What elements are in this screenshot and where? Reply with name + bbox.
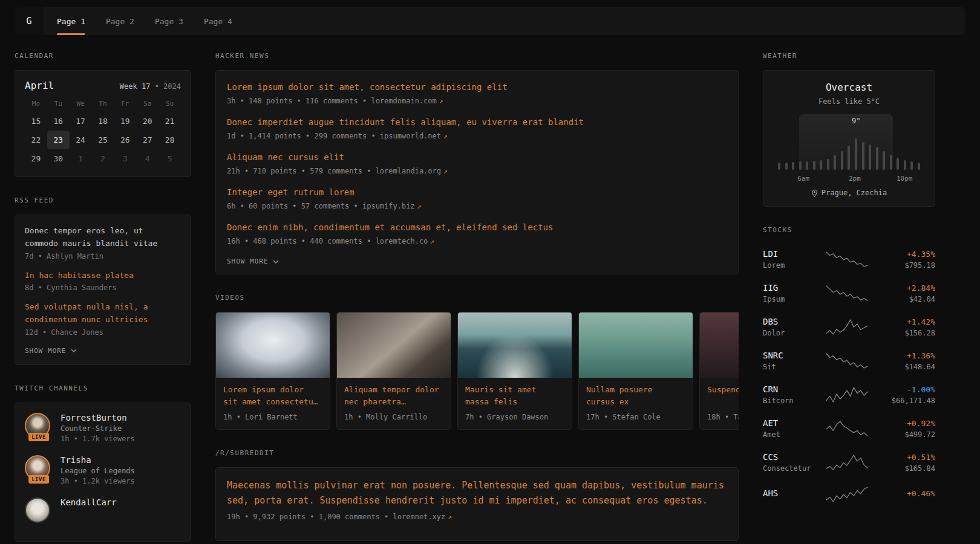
stock-row[interactable]: SNRC Sit +1.36% $148.64 bbox=[763, 344, 935, 378]
rss-widget: RSS Feed Donec tempor eros leo, ut commo… bbox=[15, 196, 191, 365]
video-meta: 1h • Lori Barnett bbox=[216, 409, 330, 429]
dashboard-content: Calendar April Week 17 • 2024 MoTuWeThFr… bbox=[0, 35, 980, 544]
twitch-widget-title: Twitch Channels bbox=[15, 384, 191, 392]
stock-row[interactable]: CCS Consectetur +0.51% $165.84 bbox=[763, 445, 935, 479]
hn-show-more-button[interactable]: SHOW MORE bbox=[227, 257, 279, 265]
video-card[interactable]: Nullam posuere cursus ex 17h • Stefan Co… bbox=[578, 312, 693, 430]
subreddit-headline-link[interactable]: Maecenas mollis pulvinar erat non posuer… bbox=[227, 478, 727, 508]
sparkline-chart bbox=[825, 454, 869, 471]
stock-values: +0.46% bbox=[875, 489, 935, 500]
calendar-day: 3 bbox=[114, 149, 136, 168]
stock-price: $148.64 bbox=[875, 363, 935, 371]
calendar-dayname: Su bbox=[158, 96, 181, 112]
sparkline-chart bbox=[825, 386, 869, 403]
external-link-icon: ↗ bbox=[443, 132, 448, 140]
hn-meta: 1d • 1,414 points • 299 comments • ipsum… bbox=[227, 132, 727, 140]
weather-hour-label: 10pm bbox=[897, 175, 913, 183]
calendar-day: 18 bbox=[92, 112, 114, 131]
hackernews-widget: Hacker News Lorem ipsum dolor sit amet, … bbox=[215, 52, 739, 274]
calendar-day: 20 bbox=[136, 112, 158, 131]
twitch-channel[interactable]: KendallCarr bbox=[25, 497, 181, 523]
stock-row[interactable]: IIG Ipsum +2.84% $42.04 bbox=[763, 276, 935, 310]
channel-name: ForrestBurton bbox=[60, 413, 135, 423]
hn-headline-link[interactable]: Donec imperdiet augue tincidunt felis al… bbox=[227, 116, 727, 129]
video-card[interactable]: Mauris sit amet massa felis 7h • Grayson… bbox=[457, 312, 572, 430]
calendar-year: 2024 bbox=[163, 82, 181, 91]
hn-headline-link[interactable]: Donec enim nibh, condimentum et accumsan… bbox=[227, 221, 727, 234]
rss-meta: 12d • Chance Jones bbox=[25, 328, 181, 337]
stock-row[interactable]: AET Amet +0.92% $499.72 bbox=[763, 412, 935, 445]
stock-row[interactable]: DBS Dolor +1.42% $156.28 bbox=[763, 310, 935, 344]
show-more-label: SHOW MORE bbox=[227, 257, 269, 265]
hn-item: Lorem ipsum dolor sit amet, consectetur … bbox=[227, 81, 727, 105]
rss-headline-link[interactable]: Sed volutpat nulla nisl, a condimentum n… bbox=[25, 301, 181, 326]
sparkline-chart bbox=[825, 486, 869, 503]
stock-symbol: CRN bbox=[763, 384, 818, 394]
subreddit-card: Maecenas mollis pulvinar erat non posuer… bbox=[215, 467, 739, 541]
hn-headline-link[interactable]: Integer eget rutrum lorem bbox=[227, 186, 727, 199]
stock-id: LDI Lorem bbox=[763, 249, 818, 270]
twitch-channel[interactable]: LIVE Trisha League of Legends 3h • 1.2k … bbox=[25, 455, 181, 485]
calendar-day: 21 bbox=[158, 112, 181, 131]
page-tab-label: Page 3 bbox=[155, 17, 183, 26]
stock-name: Ipsum bbox=[763, 295, 818, 303]
calendar-day: 27 bbox=[136, 131, 158, 149]
subreddit-meta: 19h • 9,932 points • 1,090 comments • lo… bbox=[227, 513, 727, 521]
stock-values: +0.51% $165.84 bbox=[875, 453, 935, 473]
calendar-header: April Week 17 • 2024 bbox=[25, 80, 181, 91]
hn-headline-link[interactable]: Aliquam nec cursus elit bbox=[227, 151, 727, 164]
rss-card: Donec tempor eros leo, ut commodo mauris… bbox=[15, 215, 191, 365]
video-thumbnail bbox=[579, 312, 693, 378]
weather-chart: 9° bbox=[778, 115, 920, 170]
page-tab-label: Page 4 bbox=[204, 17, 232, 26]
calendar-day: 26 bbox=[114, 131, 136, 149]
stock-row[interactable]: LDI Lorem +4.35% $795.18 bbox=[763, 242, 935, 276]
calendar-month: April bbox=[25, 80, 54, 91]
page-tab[interactable]: Page 1 bbox=[57, 7, 85, 35]
stock-row[interactable]: AHS +0.46% bbox=[763, 479, 935, 510]
channel-info: ForrestBurton Counter-Strike 1h • 1.7k v… bbox=[60, 413, 135, 443]
rss-headline-link[interactable]: Donec tempor eros leo, ut commodo mauris… bbox=[25, 225, 181, 250]
calendar-week-label: Week 17 • 2024 bbox=[120, 82, 181, 91]
video-card[interactable]: Lorem ipsum dolor sit amet consectetu… 1… bbox=[215, 312, 330, 430]
calendar-day: 16 bbox=[47, 112, 70, 131]
separator-dot: • bbox=[155, 82, 159, 91]
app-logo[interactable]: G bbox=[15, 7, 44, 35]
chevron-down-icon bbox=[273, 260, 279, 264]
calendar-day: 15 bbox=[25, 112, 47, 131]
subreddit-widget-title: /r/subreddit bbox=[215, 449, 739, 457]
subreddit-post: Maecenas mollis pulvinar erat non posuer… bbox=[227, 478, 727, 521]
page-tab[interactable]: Page 3 bbox=[155, 7, 183, 35]
middle-column: Hacker News Lorem ipsum dolor sit amet, … bbox=[215, 52, 739, 544]
stock-change: +1.42% bbox=[875, 317, 935, 326]
stock-id: AHS bbox=[763, 488, 818, 500]
rss-item: Donec tempor eros leo, ut commodo mauris… bbox=[25, 225, 181, 261]
external-link-icon: ↗ bbox=[417, 202, 422, 210]
stock-change: +4.35% bbox=[875, 250, 935, 259]
stock-symbol: IIG bbox=[763, 283, 818, 293]
stocks-list: LDI Lorem +4.35% $795.18 IIG Ipsum bbox=[763, 242, 935, 510]
external-link-icon: ↗ bbox=[439, 97, 443, 105]
videos-widget-title: Videos bbox=[215, 294, 739, 302]
rss-show-more-button[interactable]: SHOW MORE bbox=[25, 347, 77, 355]
video-card[interactable]: Aliquam tempor dolor nec pharetra… 1h • … bbox=[336, 312, 451, 430]
page-tab[interactable]: Page 2 bbox=[106, 7, 134, 35]
stock-row[interactable]: CRN Bitcorn -1.00% $66,171.48 bbox=[763, 378, 935, 412]
hn-headline-link[interactable]: Lorem ipsum dolor sit amet, consectetur … bbox=[227, 81, 727, 94]
stock-id: SNRC Sit bbox=[763, 351, 818, 371]
stock-price: $499.72 bbox=[875, 430, 935, 439]
page-tab[interactable]: Page 4 bbox=[204, 7, 232, 35]
video-row: Lorem ipsum dolor sit amet consectetu… 1… bbox=[215, 312, 739, 430]
stock-price: $42.04 bbox=[875, 295, 935, 303]
calendar-day: 30 bbox=[47, 149, 70, 168]
rss-headline-link[interactable]: In hac habitasse platea bbox=[25, 270, 181, 282]
twitch-channel[interactable]: LIVE ForrestBurton Counter-Strike 1h • 1… bbox=[25, 413, 181, 443]
weather-hour-label: 6am bbox=[797, 175, 809, 183]
show-more-label: SHOW MORE bbox=[25, 347, 67, 355]
calendar-dayname: Tu bbox=[47, 96, 70, 112]
calendar-dayname: Sa bbox=[136, 96, 158, 112]
hn-item: Donec imperdiet augue tincidunt felis al… bbox=[227, 116, 727, 140]
video-card[interactable]: Suspendisse diam 18h • Tara bbox=[699, 312, 739, 430]
sparkline-chart bbox=[825, 285, 869, 302]
right-column: Weather Overcast Feels like 5°C 9° 6am2p… bbox=[763, 52, 935, 544]
